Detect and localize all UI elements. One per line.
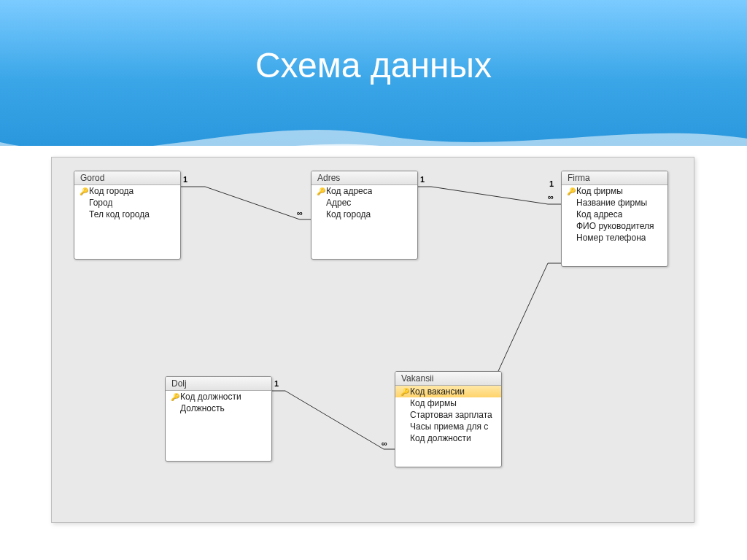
table-firma[interactable]: Firma 🔑 Код фирмы Название фирмы Код адр… [561,171,668,267]
table-field[interactable]: 🔑 Код города [74,185,180,197]
card-one: 1 [420,175,425,184]
table-title: Vakansii [395,372,501,386]
primary-key-icon: 🔑 [171,393,179,401]
relationships-canvas[interactable]: 1 ∞ 1 ∞ 1 ∞ 1 ∞ Gorod 🔑 Код города Город… [51,157,694,523]
primary-key-icon: 🔑 [317,187,325,195]
table-field[interactable]: 🔑 Код фирмы [562,185,667,197]
table-vakansii[interactable]: Vakansii 🔑 Код вакансии Код фирмы Старто… [395,371,502,467]
table-field[interactable]: Тел код города [74,209,180,220]
table-field[interactable]: ФИО руководителя [562,220,667,232]
table-dolj[interactable]: Dolj 🔑 Код должности Должность [165,376,272,462]
card-many: ∞ [297,209,303,217]
card-many: ∞ [382,439,387,448]
table-field[interactable]: Название фирмы [562,197,667,209]
table-field[interactable]: Часы приема для с [395,421,501,432]
table-title: Gorod [74,171,180,185]
table-field-selected[interactable]: 🔑 Код вакансии [395,386,501,397]
table-field[interactable]: Должность [166,402,271,414]
primary-key-icon: 🔑 [567,187,576,195]
table-title: Firma [562,171,667,185]
table-field[interactable]: Код фирмы [395,397,501,409]
card-one: 1 [183,175,187,184]
table-field[interactable]: Город [74,197,180,209]
table-adres[interactable]: Adres 🔑 Код адреса Адрес Код города [311,171,418,260]
table-field[interactable]: Стартовая зарплата [395,409,501,421]
card-one: 1 [549,179,554,188]
slide: Схема данных 1 ∞ 1 ∞ 1 ∞ 1 ∞ Gorod [0,0,747,560]
table-field[interactable]: 🔑 Код должности [166,391,271,402]
table-field[interactable]: Код адреса [562,209,667,220]
table-field[interactable]: Адрес [311,197,417,209]
table-field[interactable]: Код города [311,209,417,220]
table-field[interactable]: Номер телефона [562,232,667,244]
primary-key-icon: 🔑 [80,187,88,195]
table-title: Dolj [166,377,271,391]
table-gorod[interactable]: Gorod 🔑 Код города Город Тел код города [74,171,181,260]
table-title: Adres [311,171,417,185]
table-field[interactable]: 🔑 Код адреса [311,185,417,197]
slide-title: Схема данных [0,45,747,85]
table-field[interactable]: Код должности [395,432,501,444]
card-one: 1 [274,379,279,388]
primary-key-icon: 🔑 [400,388,409,396]
card-many: ∞ [548,192,554,201]
